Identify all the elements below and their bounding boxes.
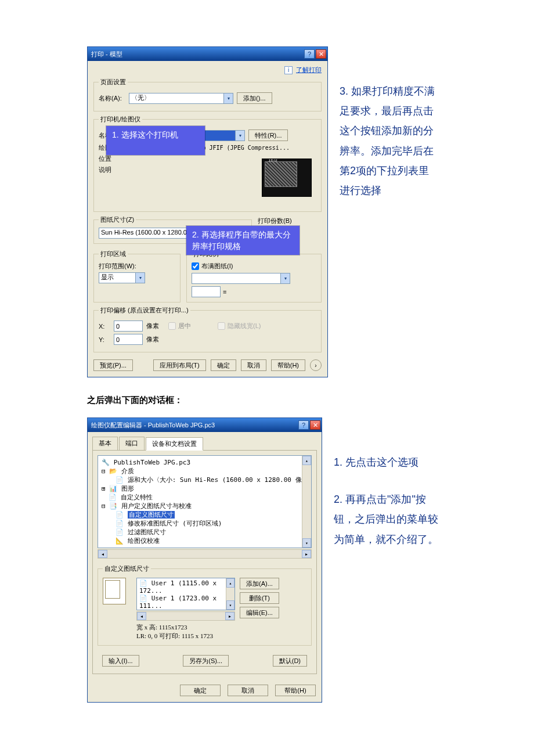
tree-root[interactable]: 🔧 PublishToWeb JPG.pc3 bbox=[102, 458, 308, 467]
titlebar[interactable]: 打印 - 模型 ? ✕ bbox=[88, 47, 327, 61]
cancel-button-2[interactable]: 取消 bbox=[228, 685, 268, 696]
tab-bar: 基本 端口 设备和文档设置 bbox=[92, 437, 317, 450]
plotter-config-dialog: 绘图仪配置编辑器 - PublishToWeb JPG.pc3 ? ✕ 基本 端… bbox=[87, 417, 322, 703]
page-setup-group: 页面设置 名称(A): 〈无〉 ▾ 添加()... bbox=[93, 78, 322, 111]
x-input[interactable] bbox=[114, 321, 143, 332]
range-select[interactable]: 显示 bbox=[99, 272, 136, 283]
custom-paper-group: 自定义图纸尺寸 📄 User 1 (1115.00 x 172... 📄 Use… bbox=[98, 564, 312, 646]
paper-icon bbox=[103, 578, 126, 604]
offset-group: 打印偏移 (原点设置在可打印...) X: 像素 居中 隐藏线宽(L) bbox=[93, 306, 322, 352]
fit-checkbox[interactable] bbox=[192, 262, 199, 270]
ok-button-2[interactable]: 确定 bbox=[180, 685, 221, 696]
name-label: 名称(A): bbox=[99, 94, 125, 103]
size-readout: 宽 x 高: 1115x1723 bbox=[136, 623, 235, 632]
tree-custom-props[interactable]: 📄 自定义特性 bbox=[102, 493, 308, 502]
note-right-1: 3. 如果打印精度不满足要求，最后再点击这个按钮添加新的分辨率。添加完毕后在第2… bbox=[340, 46, 438, 377]
tree-scrollbar[interactable]: ▴▾ bbox=[302, 456, 311, 548]
tree-media-size[interactable]: 📄 源和大小〈大小: Sun Hi-Res (1600.00 x 1280.00… bbox=[102, 476, 308, 484]
preview-button[interactable]: 预览(P)... bbox=[93, 359, 133, 371]
note-right-2b: 2. 再再点击"添加"按钮，之后弹出的菜单较为简单，就不介绍了。 bbox=[334, 489, 438, 549]
y-unit: 像素 bbox=[146, 335, 159, 344]
ok-button[interactable]: 确定 bbox=[211, 359, 236, 371]
range-label: 打印范围(W): bbox=[99, 262, 175, 271]
print-dialog: 打印 - 模型 ? ✕ i 了解打印 页面设置 名称(A): 〈无〉 ▾ bbox=[87, 46, 328, 377]
apply-layout-button[interactable]: 应用到布局(T) bbox=[153, 359, 206, 371]
list-item[interactable]: 📄 User 1 (1115.00 x 172... bbox=[139, 579, 232, 595]
expand-icon[interactable]: › bbox=[310, 359, 322, 371]
help-button[interactable]: 帮助(H) bbox=[271, 359, 305, 371]
x-unit: 像素 bbox=[146, 322, 159, 330]
tree-modify-std[interactable]: 📄 修改标准图纸尺寸 (可打印区域) bbox=[102, 519, 308, 528]
hide-label: 隐藏线宽(L) bbox=[228, 322, 261, 330]
properties-button[interactable]: 特性(R)... bbox=[248, 129, 288, 141]
dropdown-icon[interactable]: ▾ bbox=[136, 272, 145, 283]
callout-2: 2. 再选择程序自带的最大分辨率打印规格 bbox=[186, 226, 300, 255]
printer-legend: 打印机/绘图仪 bbox=[99, 115, 142, 124]
list-scrollbar[interactable]: ▴▾ bbox=[226, 578, 234, 610]
tree-calibrate[interactable]: 📐 绘图仪校准 bbox=[102, 537, 308, 545]
close-button[interactable]: ✕ bbox=[316, 49, 326, 59]
titlebar-2[interactable]: 绘图仪配置编辑器 - PublishToWeb JPG.pc3 ? ✕ bbox=[88, 418, 322, 432]
cancel-button[interactable]: 取消 bbox=[241, 359, 266, 371]
offset-legend: 打印偏移 (原点设置在可打印...) bbox=[99, 306, 190, 315]
tab-port[interactable]: 端口 bbox=[119, 437, 145, 450]
add-button[interactable]: 添加()... bbox=[237, 92, 272, 104]
copies-label: 打印份数(B) bbox=[258, 217, 322, 225]
default-button[interactable]: 默认(D) bbox=[273, 655, 307, 667]
tree-graphics[interactable]: ⊞ 📊 图形 bbox=[102, 484, 308, 493]
hide-row: 隐藏线宽(L) bbox=[218, 322, 261, 330]
y-label: Y: bbox=[99, 336, 110, 343]
x-label: X: bbox=[99, 323, 110, 330]
settings-tree[interactable]: 🔧 PublishToWeb JPG.pc3 ⊟ 📂 介质 📄 源和大小〈大小:… bbox=[98, 455, 312, 548]
center-label: 居中 bbox=[178, 322, 191, 330]
help-titlebar-button[interactable]: ? bbox=[298, 420, 309, 430]
tree-custom-paper-size[interactable]: 📄 自定义图纸尺寸 bbox=[102, 510, 308, 519]
tab-basic[interactable]: 基本 bbox=[92, 437, 118, 450]
learn-print-link[interactable]: 了解打印 bbox=[296, 66, 322, 74]
dropdown-icon[interactable]: ▾ bbox=[224, 93, 233, 104]
scale-group: 打印比例 布满图纸(I) ▾ = bbox=[186, 250, 322, 303]
paper-preview: 16.0 bbox=[262, 159, 312, 197]
import-button[interactable]: 输入(I)... bbox=[102, 655, 139, 667]
edit-paper-button[interactable]: 编辑(E)... bbox=[240, 607, 279, 618]
print-area-group: 打印区域 打印范围(W): 显示 ▾ bbox=[93, 250, 181, 303]
area-legend: 打印区域 bbox=[99, 250, 128, 258]
scale-num[interactable] bbox=[192, 286, 221, 297]
tab-device-doc[interactable]: 设备和文档设置 bbox=[146, 437, 203, 451]
scale-select[interactable] bbox=[192, 273, 281, 284]
saveas-button[interactable]: 另存为(S)... bbox=[183, 655, 229, 667]
fit-label: 布满图纸(I) bbox=[201, 262, 233, 271]
inter-text: 之后弹出下面的对话框： bbox=[87, 395, 447, 406]
tree-media[interactable]: ⊟ 📂 介质 bbox=[102, 467, 308, 476]
help-button-2[interactable]: 帮助(H) bbox=[275, 685, 316, 696]
callout-1: 1. 选择这个打印机 bbox=[106, 126, 205, 155]
hide-checkbox bbox=[218, 322, 225, 330]
paper-size-list[interactable]: 📄 User 1 (1115.00 x 172... 📄 User 1 (172… bbox=[136, 578, 235, 610]
tree-h-scrollbar[interactable]: ◂▸ bbox=[98, 549, 312, 559]
center-checkbox bbox=[168, 322, 176, 330]
list-h-scrollbar[interactable]: ◂▸ bbox=[136, 611, 235, 621]
page-setup-legend: 页面设置 bbox=[99, 78, 128, 87]
dropdown-icon[interactable]: ▾ bbox=[236, 130, 245, 141]
add-paper-button[interactable]: 添加(A)... bbox=[240, 578, 279, 589]
help-titlebar-button[interactable]: ? bbox=[304, 49, 315, 59]
fit-checkbox-row[interactable]: 布满图纸(I) bbox=[192, 262, 316, 271]
page-setup-select[interactable]: 〈无〉 bbox=[129, 93, 224, 104]
equals-icon: = bbox=[223, 289, 226, 296]
list-item[interactable]: 📄 User 1 (1723.00 x 111... bbox=[139, 595, 232, 610]
note-right-2a: 1. 先点击这个选项 bbox=[334, 452, 438, 472]
paper-legend: 图纸尺寸(Z) bbox=[99, 215, 136, 224]
window-title-2: 绘图仪配置编辑器 - PublishToWeb JPG.pc3 bbox=[91, 421, 215, 430]
window-title: 打印 - 模型 bbox=[91, 50, 122, 59]
center-row: 居中 bbox=[168, 322, 191, 330]
list-item[interactable]: 📄 User 1 (1576.00 x 121... bbox=[139, 610, 232, 610]
close-button[interactable]: ✕ bbox=[310, 420, 320, 430]
tree-user-paper[interactable]: ⊟ 📑 用户定义图纸尺寸与校准 bbox=[102, 502, 308, 510]
tree-filter[interactable]: 📄 过滤图纸尺寸 bbox=[102, 528, 308, 537]
custom-paper-legend: 自定义图纸尺寸 bbox=[103, 564, 151, 573]
delete-paper-button[interactable]: 删除(T) bbox=[240, 592, 279, 604]
y-input[interactable] bbox=[114, 334, 143, 345]
printable-readout: LR: 0, 0 可打印: 1115 x 1723 bbox=[136, 632, 235, 640]
dropdown-icon[interactable]: ▾ bbox=[281, 273, 290, 284]
info-icon: i bbox=[284, 66, 293, 74]
